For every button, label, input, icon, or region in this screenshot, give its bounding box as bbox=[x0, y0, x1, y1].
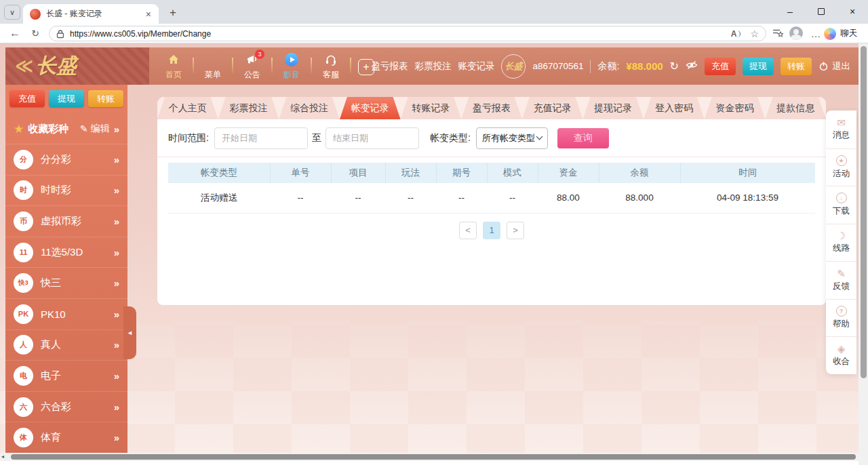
new-tab-button[interactable]: + bbox=[165, 5, 180, 20]
link-lottery-bets[interactable]: 彩票投注 bbox=[414, 60, 451, 73]
customer-service-icon bbox=[324, 52, 338, 67]
chevron-right-icon: » bbox=[114, 432, 119, 443]
refresh-balance-icon[interactable]: ↻ bbox=[670, 60, 679, 73]
message-icon: ✉ bbox=[837, 117, 846, 127]
toolbar-help[interactable]: ? 帮助 bbox=[826, 299, 856, 337]
horizontal-scrollbar-thumb[interactable] bbox=[11, 454, 856, 460]
address-bar[interactable]: https://www.cs005.vip/Member/Change A ☆ bbox=[49, 26, 766, 41]
feedback-icon: ✎ bbox=[837, 268, 846, 279]
toolbar-messages[interactable]: ✉ 消息 bbox=[826, 110, 856, 148]
scroll-left-arrow-icon[interactable]: ◂ bbox=[1, 453, 4, 460]
read-aloud-icon[interactable]: A bbox=[731, 29, 741, 39]
home-icon bbox=[167, 52, 180, 67]
nav-item-media[interactable]: 影音 bbox=[273, 52, 311, 81]
tab-transfer-records[interactable]: 转账记录 bbox=[401, 97, 462, 119]
favorite-lotteries-row[interactable]: ★ 收藏彩种 ✎ 编辑 » bbox=[5, 114, 127, 144]
favorite-star-icon[interactable]: ☆ bbox=[750, 28, 759, 39]
cell-balance: 88.000 bbox=[599, 183, 680, 213]
change-type-select[interactable]: 所有帐变类型 bbox=[476, 127, 548, 149]
col-time: 时间 bbox=[680, 163, 815, 183]
fast-three-icon: 快3 bbox=[14, 273, 33, 293]
pagination-page-1[interactable]: 1 bbox=[483, 222, 500, 239]
sidebar: 充值 提现 转账 ★ 收藏彩种 ✎ 编辑 » 分 分分彩 » 时 时时彩 » 币… bbox=[5, 85, 127, 454]
nav-item-menu[interactable]: 菜单 bbox=[194, 52, 232, 81]
toolbar-collapse[interactable]: ◈ 收合 bbox=[826, 336, 856, 374]
sidebar-item-mark-six[interactable]: 六 六合彩 » bbox=[5, 391, 127, 422]
tab-personal-home[interactable]: 个人主页 bbox=[157, 97, 218, 119]
deposit-button[interactable]: 充值 bbox=[705, 58, 736, 75]
window-close-button[interactable]: × bbox=[837, 0, 868, 22]
chevron-down-icon bbox=[536, 134, 542, 140]
cell-issue: -- bbox=[436, 183, 487, 213]
search-button[interactable]: 查询 bbox=[557, 128, 609, 148]
chevron-right-icon: » bbox=[114, 123, 119, 135]
transfer-button[interactable]: 转账 bbox=[781, 58, 812, 75]
back-button[interactable]: ← bbox=[7, 24, 23, 43]
toolbar-feedback[interactable]: ✎ 反馈 bbox=[826, 261, 856, 299]
site-logo[interactable]: ≪ 长盛 bbox=[5, 47, 149, 85]
horizontal-scrollbar[interactable]: ◂ bbox=[0, 453, 859, 461]
withdraw-button[interactable]: 提现 bbox=[743, 58, 774, 75]
collections-icon[interactable] bbox=[770, 24, 785, 43]
sidebar-collapse-handle[interactable]: ◄ bbox=[123, 306, 136, 359]
nav-item-home[interactable]: 首页 bbox=[155, 52, 193, 81]
sports-icon: 体 bbox=[14, 428, 33, 447]
copilot-chat-button[interactable]: 聊天 bbox=[818, 25, 863, 42]
sidebar-transfer-button[interactable]: 转账 bbox=[88, 90, 123, 107]
power-icon bbox=[818, 61, 829, 71]
browser-tab-strip: ∨ 长盛 - 账变记录 × + – × bbox=[0, 0, 868, 24]
browser-tab[interactable]: 长盛 - 账变记录 × bbox=[23, 4, 159, 24]
nav-item-announcements[interactable]: 公告 3 bbox=[233, 52, 271, 81]
sidebar-actions: 充值 提现 转账 bbox=[5, 85, 127, 114]
nav-item-customer-service[interactable]: 客服 bbox=[312, 52, 350, 81]
toolbar-activities[interactable]: ★ 活动 bbox=[826, 148, 856, 186]
tab-withdrawal-info[interactable]: 提款信息 bbox=[765, 97, 826, 119]
link-account-change[interactable]: 账变记录 bbox=[458, 60, 494, 73]
sidebar-item-live[interactable]: 人 真人 » bbox=[5, 329, 127, 361]
chevron-right-icon: » bbox=[114, 339, 119, 350]
sidebar-withdraw-button[interactable]: 提现 bbox=[49, 90, 84, 107]
window-minimize-button[interactable]: – bbox=[774, 0, 806, 22]
window-controls: – × bbox=[774, 0, 868, 22]
table-row: 活动赠送 -- -- -- -- -- 88.00 88.000 04-09 1… bbox=[168, 183, 815, 213]
vertical-scrollbar-thumb[interactable] bbox=[861, 46, 867, 378]
tab-lottery-bets[interactable]: 彩票投注 bbox=[218, 97, 279, 119]
edit-favorites-button[interactable]: ✎ 编辑 bbox=[80, 123, 110, 135]
tab-deposit-records[interactable]: 充值记录 bbox=[522, 97, 583, 119]
cell-play: -- bbox=[385, 183, 436, 213]
tab-close-icon[interactable]: × bbox=[144, 9, 153, 20]
tab-search-chevron-icon[interactable]: ∨ bbox=[4, 5, 20, 20]
link-profit-report[interactable]: 盈亏报表 bbox=[371, 60, 408, 73]
sidebar-item-11x5-3d[interactable]: 11 11选5/3D » bbox=[5, 237, 127, 268]
tab-profit-report[interactable]: 盈亏报表 bbox=[461, 97, 522, 119]
toolbar-lines[interactable]: ☽ 线路 bbox=[826, 224, 856, 262]
profile-avatar[interactable] bbox=[788, 24, 804, 43]
window-maximize-button[interactable] bbox=[806, 0, 837, 22]
toolbar-download[interactable]: ↓ 下载 bbox=[826, 186, 856, 224]
reload-button[interactable]: ↻ bbox=[27, 24, 43, 43]
logout-button[interactable]: 退出 bbox=[818, 60, 850, 73]
tab-account-change[interactable]: 帐变记录 bbox=[340, 97, 401, 119]
sidebar-item-slots[interactable]: 电 电子 » bbox=[5, 360, 127, 391]
copilot-icon bbox=[824, 28, 836, 40]
sidebar-deposit-button[interactable]: 充值 bbox=[9, 90, 45, 107]
sidebar-item-fast3[interactable]: 快3 快三 » bbox=[5, 267, 127, 298]
tab-withdraw-records[interactable]: 提现记录 bbox=[583, 97, 644, 119]
tab-combined-bets[interactable]: 综合投注 bbox=[279, 97, 340, 119]
tab-login-password[interactable]: 登入密码 bbox=[644, 97, 705, 119]
pagination-next-button[interactable]: > bbox=[507, 222, 524, 239]
media-play-icon bbox=[285, 52, 298, 67]
sidebar-item-pk10[interactable]: PK PK10 » bbox=[5, 298, 127, 329]
table-header-row: 帐变类型 单号 项目 玩法 期号 模式 资金 余额 时间 bbox=[168, 163, 815, 183]
vertical-scrollbar[interactable] bbox=[859, 43, 868, 453]
nav-divider bbox=[350, 58, 351, 74]
hide-balance-icon[interactable] bbox=[686, 60, 698, 73]
end-date-input[interactable] bbox=[326, 127, 419, 149]
sidebar-item-ssc[interactable]: 时 时时彩 » bbox=[5, 175, 127, 206]
sidebar-item-ffc[interactable]: 分 分分彩 » bbox=[5, 144, 127, 175]
tab-fund-password[interactable]: 资金密码 bbox=[705, 97, 766, 119]
sidebar-item-sports[interactable]: 体 体育 » bbox=[5, 422, 127, 453]
sidebar-item-crypto[interactable]: 币 虚拟币彩 » bbox=[5, 205, 127, 237]
start-date-input[interactable] bbox=[214, 127, 308, 149]
pagination-prev-button[interactable]: < bbox=[459, 222, 477, 239]
